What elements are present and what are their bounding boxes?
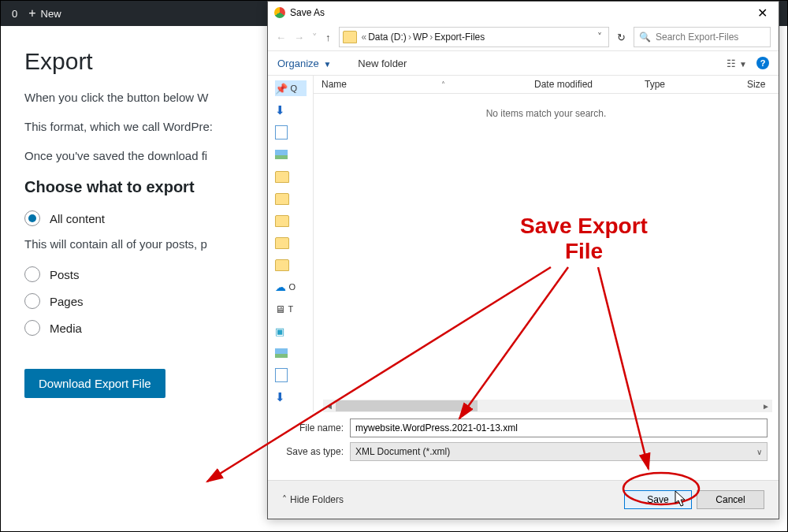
radio-icon (24, 266, 40, 282)
col-type: Type (637, 79, 739, 90)
horizontal-scrollbar[interactable]: ◄ ► (323, 400, 772, 412)
close-icon[interactable]: ✕ (753, 6, 772, 20)
radio-label: All content (50, 212, 105, 225)
crumb-wp[interactable]: WP (413, 32, 428, 43)
radio-icon (24, 210, 40, 226)
file-name-input[interactable] (350, 419, 768, 437)
chevron-down-icon: ▼ (323, 60, 331, 69)
radio-label: Media (50, 322, 82, 335)
chevron-down-icon[interactable]: ˅ (594, 32, 605, 43)
search-icon: 🔍 (639, 32, 651, 43)
chrome-icon (274, 7, 285, 18)
downloads-icon: ⬇ (275, 103, 285, 117)
dialog-titlebar: Save As ✕ (268, 2, 779, 24)
refresh-icon[interactable]: ↻ (617, 32, 626, 43)
3d-objects-icon: ▣ (275, 326, 284, 337)
chevron-right-icon: › (429, 32, 433, 43)
radio-icon (24, 320, 40, 336)
plus-icon: + (28, 6, 35, 20)
radio-icon (24, 293, 40, 309)
crumb-export-files[interactable]: Export-Files (434, 32, 485, 43)
forward-icon[interactable]: → (294, 32, 304, 43)
onedrive-icon: ☁ (275, 281, 286, 293)
search-input[interactable]: 🔍 Search Export-Files (634, 27, 771, 47)
view-options-icon[interactable]: ☷ ▼ (727, 58, 747, 69)
annotation-label: Save ExportFile (505, 214, 663, 264)
col-date: Date modified (526, 79, 637, 90)
chevron-right-icon: › (408, 32, 411, 43)
documents-icon (275, 125, 288, 140)
folder-icon (275, 259, 289, 271)
save-button[interactable]: Save (624, 490, 692, 509)
new-folder-button[interactable]: New folder (358, 58, 407, 69)
organize-menu[interactable]: Organize ▼ (277, 58, 331, 69)
col-name: Name (322, 79, 347, 90)
scroll-right-icon[interactable]: ► (760, 402, 772, 411)
crumb-data[interactable]: Data (D:) (368, 32, 407, 43)
breadcrumb[interactable]: « Data (D:) › WP › Export-Files ˅ (339, 27, 610, 47)
file-name-label: File name: (279, 422, 344, 433)
folder-icon (343, 31, 357, 43)
documents-icon (275, 368, 288, 382)
folder-tree[interactable]: 📌Q ⬇ ☁O 🖥T ▣ ⬇ (268, 76, 314, 412)
pictures-icon (275, 150, 288, 159)
radio-label: Posts (50, 268, 80, 281)
save-as-type-label: Save as type: (279, 446, 344, 457)
column-headers[interactable]: Name˄ Date modified Type Size (314, 76, 779, 94)
recent-dropdown-icon[interactable]: ˅ (312, 32, 318, 43)
help-icon[interactable]: ? (756, 57, 769, 69)
folder-icon (275, 171, 289, 183)
toolbar: Organize ▼ New folder ☷ ▼ ? (268, 50, 779, 76)
hide-folders-toggle[interactable]: ˄Hide Folders (282, 494, 344, 505)
radio-label: Pages (50, 295, 84, 308)
pin-icon: 📌 (275, 83, 288, 95)
back-icon[interactable]: ← (276, 32, 286, 43)
chevron-up-icon: ˄ (282, 494, 287, 505)
downloads-icon: ⬇ (275, 390, 285, 404)
desktop-icon (275, 348, 288, 358)
folder-icon (275, 237, 289, 249)
new-link[interactable]: New (41, 8, 61, 20)
tree-quick-access: 📌Q (275, 80, 307, 96)
cancel-button[interactable]: Cancel (697, 490, 764, 509)
up-icon[interactable]: ↑ (325, 32, 331, 43)
sort-asc-icon: ˄ (441, 80, 445, 89)
empty-message: No items match your search. (314, 108, 779, 119)
comments-count[interactable]: 0 (12, 8, 17, 20)
save-as-type-select[interactable]: XML Document (*.xml) ∨ (350, 442, 768, 461)
dialog-title: Save As (290, 7, 325, 18)
download-export-button[interactable]: Download Export File (24, 369, 165, 398)
chevron-down-icon: ∨ (756, 448, 762, 456)
col-size: Size (739, 79, 773, 90)
search-placeholder: Search Export-Files (656, 32, 738, 43)
folder-icon (275, 215, 289, 227)
folder-icon (275, 193, 289, 205)
scroll-thumb[interactable] (336, 400, 478, 411)
scroll-left-icon[interactable]: ◄ (323, 402, 336, 411)
nav-bar: ← → ˅ ↑ « Data (D:) › WP › Export-Files … (268, 24, 779, 50)
thispc-icon: 🖥 (275, 303, 285, 315)
